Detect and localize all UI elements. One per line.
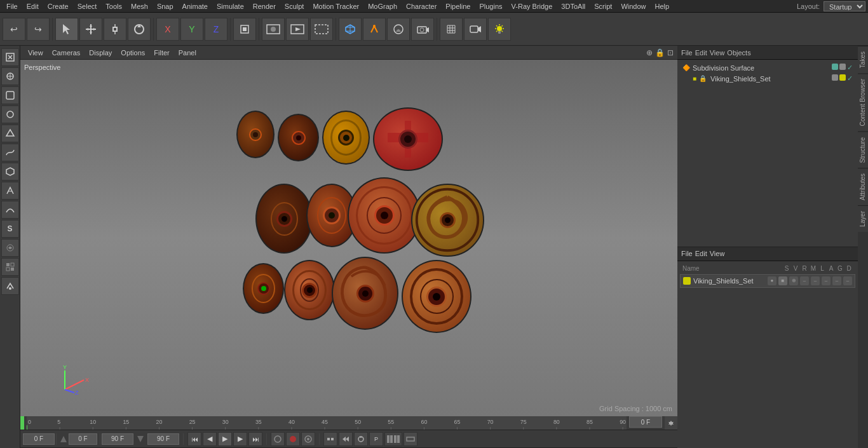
camera-record-tool[interactable] [464, 18, 487, 41]
menu-animate[interactable]: Animate [179, 1, 212, 11]
move-button[interactable] [79, 18, 102, 41]
menu-window[interactable]: Window [617, 1, 649, 11]
light-tool[interactable] [488, 18, 511, 41]
redo-button[interactable]: ↪ [27, 18, 50, 41]
obj-icon-5[interactable]: – [811, 276, 820, 285]
menu-render[interactable]: Render [249, 1, 280, 11]
menu-select[interactable]: Select [74, 1, 101, 11]
viewport-menu-panel[interactable]: Panel [175, 48, 200, 58]
left-tool-2[interactable] [1, 67, 19, 85]
go-to-end-button[interactable]: ⏭ [248, 432, 262, 446]
object-mode-button[interactable] [233, 18, 256, 41]
go-to-start-button[interactable]: ⏮ [187, 432, 201, 446]
scene-item-subdivision[interactable]: 🔶 Subdivision Surface ✓ [680, 62, 855, 73]
next-frame-button[interactable]: ▶ [233, 432, 247, 446]
left-tool-5[interactable] [1, 125, 19, 142]
menu-motion-tracker[interactable]: Motion Tracker [309, 1, 363, 11]
autokey-button[interactable] [286, 432, 300, 446]
rotate-button[interactable] [128, 18, 151, 41]
attr-menu-file[interactable]: File [681, 250, 693, 257]
shields-dot-2[interactable] [839, 74, 846, 81]
menu-pipeline[interactable]: Pipeline [442, 1, 474, 11]
side-tab-attributes[interactable]: Attributes [858, 168, 868, 205]
menu-3dtoall[interactable]: 3DToAll [557, 1, 589, 11]
left-tool-s[interactable]: S [1, 220, 19, 238]
frame-current-input[interactable] [69, 433, 97, 445]
interactive-render-region[interactable] [310, 18, 333, 41]
x-axis-button[interactable]: X [156, 18, 179, 41]
paint-tool[interactable] [387, 18, 410, 41]
scale-button[interactable] [104, 18, 126, 41]
viewport-menu-options[interactable]: Options [117, 48, 149, 58]
shields-check[interactable]: ✓ [847, 74, 853, 83]
playback-mode-2[interactable] [339, 432, 353, 446]
left-tool-1[interactable] [1, 48, 19, 66]
frame-preview-end-input[interactable] [147, 433, 179, 445]
subdiv-dot-2[interactable] [839, 64, 846, 70]
menu-edit[interactable]: Edit [23, 1, 43, 11]
left-tool-4[interactable] [1, 105, 19, 123]
timeline-ruler-area[interactable]: 0 5 10 15 20 25 30 35 [27, 416, 627, 430]
undo-button[interactable]: ↩ [3, 18, 25, 41]
menu-help[interactable]: Help [651, 1, 674, 11]
obj-icon-4[interactable]: – [800, 276, 809, 285]
obj-icon-8[interactable]: – [843, 276, 852, 285]
camera-tool[interactable] [411, 18, 434, 41]
viewport-menu-view[interactable]: View [24, 48, 47, 58]
side-tab-takes[interactable]: Takes [858, 46, 868, 73]
left-tool-grid-bottom[interactable] [1, 258, 19, 276]
viewport-icon-expand[interactable]: ⊡ [667, 48, 674, 57]
subdiv-check[interactable]: ✓ [847, 64, 853, 72]
scene-menu-file[interactable]: File [681, 49, 693, 57]
scene-item-shields[interactable]: ■ 🔒 Viking_Shields_Set ✓ [680, 73, 855, 84]
menu-character[interactable]: Character [402, 1, 440, 11]
scene-menu-objects[interactable]: Objects [727, 49, 750, 57]
menu-script[interactable]: Script [590, 1, 616, 11]
left-tool-bend[interactable] [1, 201, 19, 219]
attr-menu-edit[interactable]: Edit [695, 250, 707, 257]
scene-menu-edit[interactable]: Edit [695, 49, 707, 57]
viewport-icon-lock[interactable]: 🔒 [655, 48, 665, 57]
frame-start-input[interactable] [23, 433, 55, 445]
grid-tool[interactable] [440, 18, 463, 41]
object-row[interactable]: Viking_Shields_Set ● ■ ⊕ – – – – – [680, 274, 855, 288]
prev-frame-button[interactable]: ◀ [203, 432, 217, 446]
record-button[interactable] [271, 432, 285, 446]
playback-mode-1[interactable] [323, 432, 337, 446]
left-tool-spline[interactable] [1, 144, 19, 161]
obj-icon-3[interactable]: ⊕ [789, 276, 798, 285]
obj-icon-1[interactable]: ● [768, 276, 776, 285]
left-tool-last[interactable] [1, 277, 19, 295]
side-tab-layer[interactable]: Layer [858, 205, 868, 232]
viewport-menu-display[interactable]: Display [85, 48, 116, 58]
menu-sculpt[interactable]: Sculpt [281, 1, 308, 11]
menu-tools[interactable]: Tools [102, 1, 126, 11]
viewport-menu-cameras[interactable]: Cameras [48, 48, 85, 58]
pen-tool[interactable] [363, 18, 386, 41]
render-to-picture-viewer[interactable] [286, 18, 309, 41]
playback-mode-4[interactable]: P [369, 432, 383, 446]
shields-dot-1[interactable] [832, 74, 838, 81]
z-axis-button[interactable]: Z [205, 18, 227, 41]
side-tab-structure[interactable]: Structure [858, 132, 868, 168]
playback-mode-3[interactable] [354, 432, 368, 446]
menu-snap[interactable]: Snap [153, 1, 177, 11]
key-button[interactable] [301, 432, 315, 446]
viewport[interactable]: Perspective [20, 60, 677, 416]
left-tool-3[interactable] [1, 86, 19, 104]
side-tab-content-browser[interactable]: Content Browser [858, 73, 868, 131]
scene-menu-view[interactable]: View [710, 49, 725, 57]
menu-plugins[interactable]: Plugins [475, 1, 506, 11]
play-button[interactable]: ▶ [218, 432, 232, 446]
menu-simulate[interactable]: Simulate [213, 1, 248, 11]
obj-icon-7[interactable]: – [832, 276, 841, 285]
menu-create[interactable]: Create [44, 1, 72, 11]
viewport-icon-crosshair[interactable]: ⊕ [646, 48, 653, 57]
obj-icon-2[interactable]: ■ [778, 276, 787, 285]
layout-select[interactable]: Startup [824, 1, 865, 11]
menu-mesh[interactable]: Mesh [127, 1, 152, 11]
menu-vray[interactable]: V-Ray Bridge [508, 1, 557, 11]
obj-icon-6[interactable]: – [822, 276, 831, 285]
frame-end-input[interactable] [102, 433, 133, 445]
render-view-button[interactable] [262, 18, 285, 41]
